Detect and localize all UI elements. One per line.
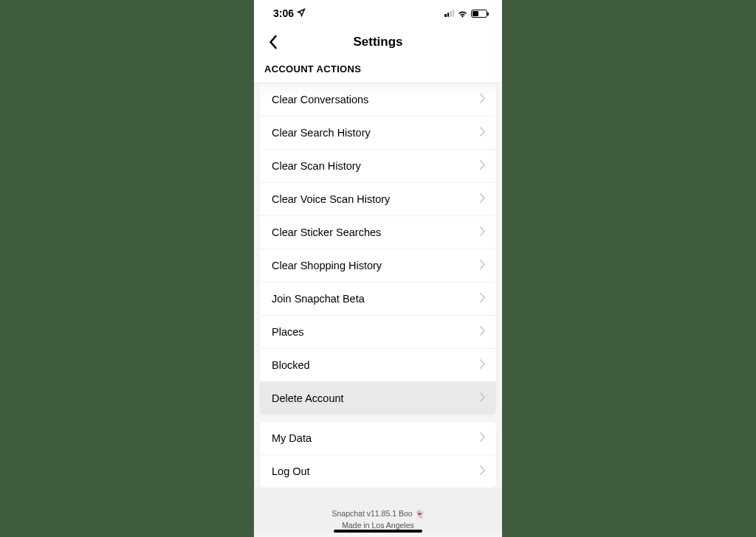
chevron-right-icon xyxy=(480,465,486,477)
footer-version: Snapchat v11.85.1 Boo 👻 xyxy=(254,508,502,520)
chevron-right-icon xyxy=(480,432,486,444)
row-clear-conversations[interactable]: Clear Conversations xyxy=(260,83,496,116)
footer: Snapchat v11.85.1 Boo 👻 Made in Los Ange… xyxy=(254,495,502,532)
row-join-beta[interactable]: Join Snapchat Beta xyxy=(260,282,496,315)
settings-group-2: My Data Log Out xyxy=(260,422,496,488)
chevron-right-icon xyxy=(480,127,486,139)
chevron-right-icon xyxy=(480,392,486,404)
status-left: 3:06 xyxy=(273,7,306,19)
row-blocked[interactable]: Blocked xyxy=(260,348,496,381)
chevron-right-icon xyxy=(480,193,486,205)
row-label: Clear Sticker Searches xyxy=(272,226,381,238)
phone-frame: 3:06 Settings ACCOUNT ACTIONS xyxy=(254,0,502,537)
chevron-right-icon xyxy=(480,293,486,305)
battery-icon xyxy=(471,10,487,18)
cellular-signal-icon xyxy=(444,10,454,17)
row-label: Clear Scan History xyxy=(272,160,361,172)
location-icon xyxy=(297,7,306,19)
row-log-out[interactable]: Log Out xyxy=(260,454,496,488)
wifi-icon xyxy=(457,10,468,18)
status-time: 3:06 xyxy=(273,7,294,19)
page-title: Settings xyxy=(353,35,402,49)
row-my-data[interactable]: My Data xyxy=(260,422,496,454)
status-right xyxy=(444,10,487,18)
row-label: Places xyxy=(272,326,304,338)
chevron-right-icon xyxy=(480,94,486,105)
home-indicator[interactable] xyxy=(334,530,422,533)
row-label: Clear Shopping History xyxy=(272,260,382,271)
chevron-left-icon xyxy=(268,35,278,49)
row-clear-scan-history[interactable]: Clear Scan History xyxy=(260,149,496,182)
row-label: Log Out xyxy=(272,465,310,477)
section-title: ACCOUNT ACTIONS xyxy=(254,58,502,83)
back-button[interactable] xyxy=(261,31,284,53)
row-label: Join Snapchat Beta xyxy=(272,293,365,305)
chevron-right-icon xyxy=(480,260,486,271)
chevron-right-icon xyxy=(480,326,486,338)
row-delete-account[interactable]: Delete Account xyxy=(260,381,496,415)
row-label: My Data xyxy=(272,432,312,444)
row-places[interactable]: Places xyxy=(260,315,496,348)
row-label: Clear Search History xyxy=(272,127,371,139)
row-clear-shopping-history[interactable]: Clear Shopping History xyxy=(260,249,496,282)
row-clear-voice-scan-history[interactable]: Clear Voice Scan History xyxy=(260,182,496,215)
row-label: Blocked xyxy=(272,359,310,371)
settings-group-1: Clear Conversations Clear Search History… xyxy=(260,83,496,415)
row-clear-sticker-searches[interactable]: Clear Sticker Searches xyxy=(260,215,496,249)
nav-header: Settings xyxy=(254,27,502,58)
settings-list: Clear Conversations Clear Search History… xyxy=(254,83,502,532)
chevron-right-icon xyxy=(480,226,486,238)
row-label: Delete Account xyxy=(272,392,344,404)
status-bar: 3:06 xyxy=(254,0,502,27)
row-clear-search-history[interactable]: Clear Search History xyxy=(260,116,496,149)
row-label: Clear Conversations xyxy=(272,94,368,105)
chevron-right-icon xyxy=(480,160,486,172)
chevron-right-icon xyxy=(480,359,486,371)
row-label: Clear Voice Scan History xyxy=(272,193,390,205)
